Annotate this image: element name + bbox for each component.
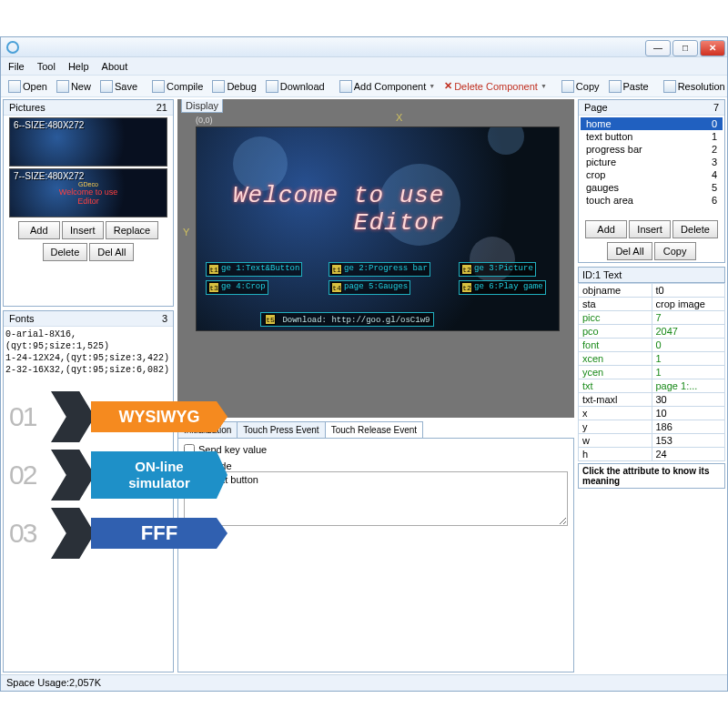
menu-tool[interactable]: Tool xyxy=(37,61,56,72)
canvas-page-button[interactable]: t1ge 1:Text&Button xyxy=(206,262,302,277)
attr-row[interactable]: y186 xyxy=(579,420,725,434)
tab-touch-press[interactable]: Touch Press Event xyxy=(237,421,325,438)
component-tag: t5 xyxy=(265,314,276,325)
pic-insert-button[interactable]: Insert xyxy=(62,221,104,239)
app-icon xyxy=(6,41,19,54)
debug-button[interactable]: Debug xyxy=(208,79,259,94)
feature-2: 02 ON-linesimulator xyxy=(9,450,228,500)
toolbar: Open New Save Compile Debug Download Add… xyxy=(1,76,727,97)
canvas-page-button[interactable]: t4page 5:Gauges xyxy=(329,280,410,295)
minimize-button[interactable]: — xyxy=(645,40,671,56)
attr-row[interactable]: xcen1 xyxy=(579,352,725,366)
page-item[interactable]: crop4 xyxy=(581,168,723,181)
arrow-icon xyxy=(51,391,95,442)
resolution-button[interactable]: Resolution xyxy=(660,79,727,94)
page-item[interactable]: touch area6 xyxy=(581,194,723,207)
add-component-button[interactable]: Add Component▼ xyxy=(336,79,439,94)
attr-row[interactable]: ycen1 xyxy=(579,366,725,379)
page-item[interactable]: gauges5 xyxy=(581,181,723,194)
feature-3: 03 FFF xyxy=(9,508,228,559)
attr-row[interactable]: pco2047 xyxy=(579,325,725,339)
canvas-page-button[interactable]: t3ge 4:Crop xyxy=(206,280,268,295)
feature-1: 01 WYSIWYG xyxy=(9,391,228,442)
font-item[interactable]: 2-32-16X32,(qyt:95;size:6,082) xyxy=(5,364,171,376)
download-icon xyxy=(266,80,278,93)
thumb-text: Editor xyxy=(77,197,99,206)
page-item[interactable]: text button1 xyxy=(581,130,723,143)
tab-touch-release[interactable]: Touch Release Event xyxy=(325,421,424,438)
feature-label: ON-linesimulator xyxy=(91,451,228,499)
display-canvas[interactable]: Display (0,0) X Y Welcome to use Editor … xyxy=(177,99,574,418)
attr-row[interactable]: stacrop image xyxy=(579,298,725,311)
attr-row[interactable]: h24 xyxy=(579,448,725,461)
app-window: — □ ✕ File Tool Help About Open New Save… xyxy=(0,36,728,692)
compile-button[interactable]: Compile xyxy=(148,79,207,94)
feature-label: WYSIWYG xyxy=(91,401,228,432)
download-text[interactable]: t5 Download: http://goo.gl/osC1w9 xyxy=(260,312,434,327)
attr-row[interactable]: picc7 xyxy=(579,311,725,325)
right-column: Page7 home0text button1progress bar2pict… xyxy=(576,97,727,674)
font-item[interactable]: 0-arial-8X16,(qyt:95;size:1,525) xyxy=(5,329,171,352)
arrow-icon xyxy=(51,508,95,559)
attr-row[interactable]: w153 xyxy=(579,434,725,448)
pictures-count: 21 xyxy=(157,102,167,113)
pic-delete-button[interactable]: Delete xyxy=(43,243,88,261)
page-count: 7 xyxy=(713,102,719,113)
page-item[interactable]: picture3 xyxy=(581,156,723,168)
picture-thumb-6[interactable]: 6--SIZE:480X272 xyxy=(9,117,167,167)
event-panel: Initialization Touch Press Event Touch R… xyxy=(177,421,574,672)
page-delete-button[interactable]: Delete xyxy=(672,220,718,238)
page-item[interactable]: home0 xyxy=(581,117,723,130)
canvas-page-button[interactable]: t1ge 2:Progress bar xyxy=(329,262,430,277)
center-column: Display (0,0) X Y Welcome to use Editor … xyxy=(176,97,576,674)
page-title: Page xyxy=(584,102,608,113)
font-item[interactable]: 1-24-12X24,(qyt:95;size:3,422) xyxy=(5,352,171,364)
delete-component-button[interactable]: ✕Delete Component▼ xyxy=(440,79,551,93)
page-insert-button[interactable]: Insert xyxy=(629,220,671,238)
attribute-header: ID:1 Text xyxy=(578,267,725,283)
attr-row[interactable]: font0 xyxy=(579,339,725,352)
attr-row[interactable]: txt-maxl30 xyxy=(579,393,725,407)
close-button[interactable]: ✕ xyxy=(700,40,725,56)
file-new-icon xyxy=(56,80,69,93)
canvas-page-button[interactable]: t2ge 3:Picture xyxy=(459,262,536,277)
pic-add-button[interactable]: Add xyxy=(18,221,60,239)
attribute-table[interactable]: objnamet0stacrop imagepicc7pco2047font0x… xyxy=(578,283,725,461)
save-button[interactable]: Save xyxy=(96,79,141,94)
page-copy-button[interactable]: Copy xyxy=(654,242,696,260)
paste-button[interactable]: Paste xyxy=(605,79,652,94)
attribute-hint: Click the attribute to know its meaning xyxy=(578,463,725,489)
display-label: Display xyxy=(181,99,223,113)
user-code-input[interactable]: page text button xyxy=(184,471,568,526)
attr-row[interactable]: txtpage 1:... xyxy=(579,379,725,393)
add-icon xyxy=(339,80,352,93)
maximize-button[interactable]: □ xyxy=(672,40,698,56)
menu-help[interactable]: Help xyxy=(68,61,89,72)
pic-replace-button[interactable]: Replace xyxy=(106,221,158,239)
send-key-checkbox[interactable]: Send key value xyxy=(184,444,568,455)
page-delall-button[interactable]: Del All xyxy=(607,242,652,260)
fonts-count: 3 xyxy=(162,313,167,324)
save-icon xyxy=(100,80,113,93)
menu-about[interactable]: About xyxy=(102,61,128,72)
picture-thumb-7[interactable]: 7--SIZE:480X272 GDeco Welcome to use Edi… xyxy=(9,168,167,217)
thumb-text: GDeco xyxy=(78,181,98,187)
page-item[interactable]: progress bar2 xyxy=(581,143,723,156)
page-add-button[interactable]: Add xyxy=(585,220,627,238)
new-button[interactable]: New xyxy=(53,79,95,94)
download-button[interactable]: Download xyxy=(262,79,329,94)
pic-delall-button[interactable]: Del All xyxy=(89,243,134,261)
left-column: Pictures21 6--SIZE:480X272 7--SIZE:480X2… xyxy=(1,97,176,674)
page-list[interactable]: home0text button1progress bar2picture3cr… xyxy=(579,116,724,218)
feature-overlay: 01 WYSIWYG 02 ON-linesimulator 03 FFF xyxy=(9,391,228,566)
attr-row[interactable]: objnamet0 xyxy=(579,284,725,298)
canvas-page-button[interactable]: t2ge 6:Play game xyxy=(459,280,546,295)
open-button[interactable]: Open xyxy=(5,79,51,94)
main-area: Pictures21 6--SIZE:480X272 7--SIZE:480X2… xyxy=(1,97,727,674)
copy-button[interactable]: Copy xyxy=(558,79,603,94)
attr-row[interactable]: x10 xyxy=(579,407,725,420)
folder-open-icon xyxy=(8,80,21,93)
menu-file[interactable]: File xyxy=(8,61,25,72)
arrow-icon xyxy=(51,450,95,500)
origin-coord: (0,0) xyxy=(196,116,213,125)
